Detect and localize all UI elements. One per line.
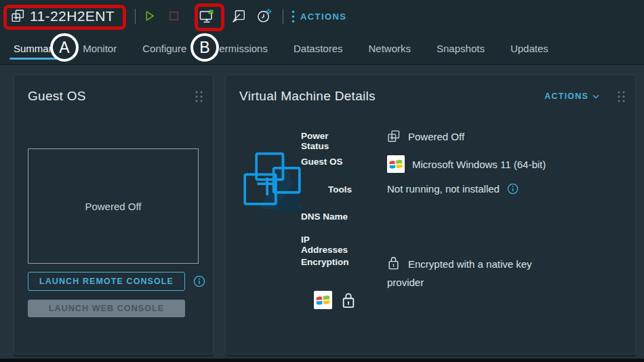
tools-row: Tools Not running, not installed bbox=[301, 183, 623, 210]
vm-icon bbox=[11, 9, 25, 26]
vsphere-client-window: 11-22H2ENT bbox=[0, 0, 644, 362]
toolbar-divider bbox=[283, 9, 283, 24]
tab-networks[interactable]: Networks bbox=[369, 33, 411, 64]
vm-icon bbox=[387, 129, 401, 143]
launch-remote-console-button[interactable] bbox=[199, 8, 215, 24]
tab-snapshots[interactable]: Snapshots bbox=[437, 33, 485, 64]
info-icon[interactable] bbox=[507, 183, 519, 195]
launch-remote-console-button-card[interactable]: LAUNCH REMOTE CONSOLE bbox=[28, 272, 185, 291]
tab-permissions[interactable]: Permissions bbox=[212, 33, 268, 64]
lock-icon bbox=[387, 256, 400, 273]
tools-value: Not running, not installed bbox=[387, 183, 500, 195]
console-preview[interactable]: Powered Off bbox=[28, 148, 199, 264]
ip-addresses-label: IP Addresses bbox=[301, 233, 352, 255]
launch-remote-console-icon bbox=[199, 16, 215, 26]
dns-name-label: DNS Name bbox=[301, 210, 352, 222]
details-actions-label: ACTIONS bbox=[544, 92, 588, 101]
vm-details-rows: Power Status Powered Off Guest OS bbox=[301, 129, 623, 288]
power-off-icon bbox=[167, 14, 180, 24]
annotation-letter-a: A bbox=[59, 39, 69, 57]
tab-configure[interactable]: Configure bbox=[142, 33, 186, 64]
ellipsis-icon bbox=[291, 10, 295, 23]
actions-menu-button[interactable]: ACTIONS bbox=[291, 0, 346, 33]
tab-datastores[interactable]: Datastores bbox=[294, 33, 343, 64]
annotation-circle-a: A bbox=[50, 33, 79, 62]
dns-name-row: DNS Name bbox=[301, 210, 623, 233]
power-on-icon bbox=[142, 15, 157, 25]
ip-addresses-row: IP Addresses bbox=[301, 233, 623, 256]
guest-os-value: Microsoft Windows 11 (64-bit) bbox=[412, 159, 546, 170]
tab-updates[interactable]: Updates bbox=[510, 33, 548, 64]
encryption-value-line2: provider bbox=[387, 277, 532, 288]
vm-name: 11-22H2ENT bbox=[30, 0, 115, 33]
encryption-value-line1: Encrypted with a native key bbox=[408, 258, 532, 270]
power-status-label: Power Status bbox=[301, 129, 352, 151]
launch-web-console-button: LAUNCH WEB CONSOLE bbox=[28, 300, 185, 317]
tab-label: Monitor bbox=[83, 43, 117, 54]
tab-label: Updates bbox=[510, 43, 548, 54]
drag-handle-icon[interactable] bbox=[617, 90, 626, 103]
windows-logo-icon bbox=[314, 291, 332, 309]
annotation-circle-b: B bbox=[190, 33, 219, 62]
annotation-letter-b: B bbox=[199, 39, 209, 57]
tab-label: Datastores bbox=[294, 43, 343, 54]
edit-settings-icon bbox=[231, 16, 246, 26]
preview-status-text: Powered Off bbox=[85, 201, 141, 212]
guest-os-card-title: Guest OS bbox=[28, 89, 86, 104]
actions-label: ACTIONS bbox=[300, 12, 346, 22]
vm-header-bar: 11-22H2ENT bbox=[0, 0, 644, 33]
lock-icon bbox=[341, 291, 356, 309]
drag-handle-icon[interactable] bbox=[195, 90, 203, 103]
tab-label: Snapshots bbox=[437, 43, 485, 54]
details-actions-button[interactable]: ACTIONS bbox=[544, 92, 599, 101]
vm-status-badges bbox=[314, 291, 356, 309]
tab-label: Permissions bbox=[212, 43, 268, 54]
tab-label: Networks bbox=[369, 43, 411, 54]
power-status-row: Power Status Powered Off bbox=[301, 129, 623, 155]
toolbar-divider bbox=[135, 9, 136, 24]
guest-os-card: Guest OS Powered Off LAUNCH REMOTE CONSO… bbox=[14, 75, 214, 355]
tab-label: Configure bbox=[142, 43, 186, 54]
windows-logo-icon bbox=[387, 155, 405, 173]
tab-monitor[interactable]: Monitor bbox=[83, 33, 117, 64]
power-status-value: Powered Off bbox=[408, 131, 464, 142]
vm-details-card: Virtual Machine Details ACTIONS bbox=[225, 75, 636, 355]
info-icon[interactable] bbox=[193, 275, 205, 287]
guest-os-label: Guest OS bbox=[301, 155, 352, 167]
power-on-button[interactable] bbox=[142, 9, 157, 23]
guest-os-row: Guest OS Microsoft W bbox=[301, 155, 623, 183]
tools-label: Tools bbox=[301, 183, 352, 195]
encryption-label: Encryption bbox=[301, 256, 352, 267]
edit-settings-button[interactable] bbox=[231, 9, 246, 24]
screenshot-bottom-edge bbox=[0, 359, 644, 362]
schedule-task-button[interactable] bbox=[256, 8, 272, 24]
vm-details-card-title: Virtual Machine Details bbox=[239, 89, 376, 104]
encryption-row: Encryption Encrypted with a native key bbox=[301, 256, 623, 288]
chevron-down-icon bbox=[592, 94, 599, 99]
schedule-task-icon bbox=[256, 16, 272, 26]
vm-tabbar: Summary Monitor Configure Permissions Da… bbox=[0, 33, 644, 65]
power-off-button[interactable] bbox=[167, 9, 180, 22]
